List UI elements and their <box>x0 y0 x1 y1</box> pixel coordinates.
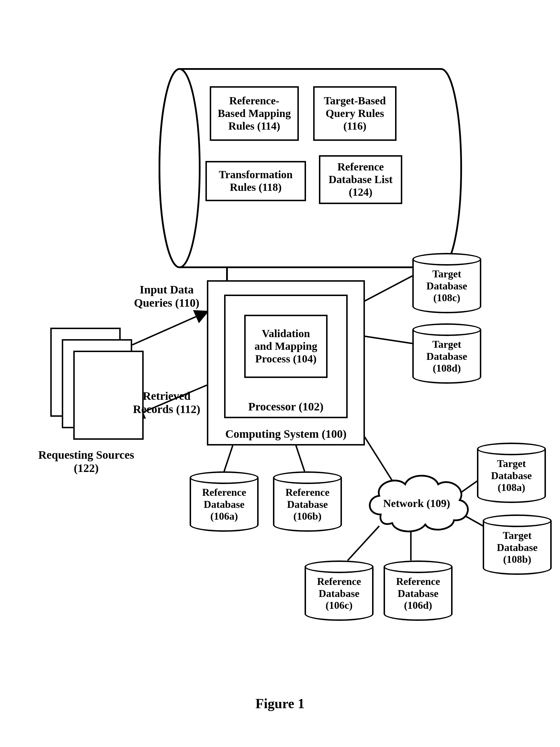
box-ref-mapping-rules: Reference- Based Mapping Rules (114) <box>210 86 299 141</box>
text: Reference <box>202 487 246 498</box>
text: Network (109) <box>383 497 450 509</box>
text: Target-Based <box>324 95 386 107</box>
text: (122) <box>29 462 144 475</box>
text: Process (104) <box>255 353 317 365</box>
text: Processor (102) <box>248 400 323 413</box>
cyl-target-db-108c: Target Database (108c) <box>412 253 481 313</box>
text: Database <box>398 588 438 599</box>
text: Target <box>497 458 526 470</box>
text: (106b) <box>293 511 321 522</box>
cyl-ref-db-106a: Reference Database (106a) <box>190 471 259 532</box>
text: Records (112) <box>131 403 203 416</box>
text: Rules (118) <box>230 181 282 194</box>
cyl-target-db-108b: Target Database (108b) <box>483 514 552 575</box>
text: (124) <box>349 186 372 199</box>
text: Database <box>426 351 467 362</box>
text: Retrieved <box>131 389 203 403</box>
box-target-query-rules: Target-Based Query Rules (116) <box>313 86 397 141</box>
text: (116) <box>343 120 366 132</box>
text: Reference <box>285 487 329 498</box>
cyl-ref-db-106c: Reference Database (106c) <box>304 561 374 621</box>
text: (108a) <box>498 482 525 493</box>
box-transformation-rules: Transformation Rules (118) <box>206 161 306 201</box>
text: Requesting Sources <box>29 448 144 462</box>
text: (106d) <box>404 599 432 611</box>
text: Target <box>503 530 532 541</box>
text: Reference <box>337 161 384 173</box>
text: Reference <box>317 576 361 588</box>
text: (106c) <box>325 599 352 611</box>
text: Reference- <box>229 95 279 107</box>
text: Validation <box>262 327 310 340</box>
text: Database List <box>329 173 393 186</box>
cyl-ref-db-106d: Reference Database (106d) <box>383 561 453 621</box>
box-validation-mapping: Validation and Mapping Process (104) <box>244 315 327 378</box>
text: Computing System (100) <box>225 428 347 441</box>
text: Rules (114) <box>229 120 281 132</box>
text: (106a) <box>210 511 238 522</box>
text: Query Rules <box>325 107 384 120</box>
text: (108b) <box>503 553 531 565</box>
text: Database <box>204 499 244 511</box>
text: and Mapping <box>255 340 318 353</box>
cyl-target-db-108a: Target Database (108a) <box>477 443 546 503</box>
svg-line-0 <box>132 312 207 345</box>
svg-line-6 <box>296 445 304 471</box>
text: Database <box>287 499 328 511</box>
label-requesting-sources: Requesting Sources (122) <box>29 448 144 475</box>
text: (108c) <box>433 292 460 304</box>
text: Figure 1 <box>256 696 304 711</box>
text: Based Mapping <box>218 107 291 120</box>
svg-line-5 <box>224 445 233 471</box>
rules-cylinder <box>158 68 462 270</box>
text: Input Data <box>129 283 204 296</box>
text: Database <box>491 470 532 482</box>
text: Database <box>319 588 359 599</box>
label-retrieved-records: Retrieved Records (112) <box>131 389 203 416</box>
label-input-data-queries: Input Data Queries (110) <box>129 283 204 310</box>
text: (108d) <box>433 362 461 374</box>
text: Database <box>497 542 538 553</box>
text: Target <box>432 268 461 280</box>
rules-cylinder-svg <box>158 68 462 269</box>
label-network: Network (109) <box>379 497 454 510</box>
text: Transformation <box>219 169 293 181</box>
svg-line-3 <box>358 276 412 305</box>
diagram-canvas: Reference- Based Mapping Rules (114) Tar… <box>0 0 560 747</box>
text: Target <box>432 339 461 350</box>
text: Database <box>426 280 467 292</box>
figure-caption: Figure 1 <box>0 696 560 711</box>
box-ref-db-list: Reference Database List (124) <box>319 155 402 204</box>
cyl-target-db-108d: Target Database (108d) <box>412 323 481 384</box>
text: Reference <box>396 576 440 588</box>
text: Queries (110) <box>129 296 204 310</box>
cyl-ref-db-106b: Reference Database (106b) <box>273 471 342 532</box>
svg-point-13 <box>159 69 200 267</box>
svg-line-4 <box>365 336 412 343</box>
